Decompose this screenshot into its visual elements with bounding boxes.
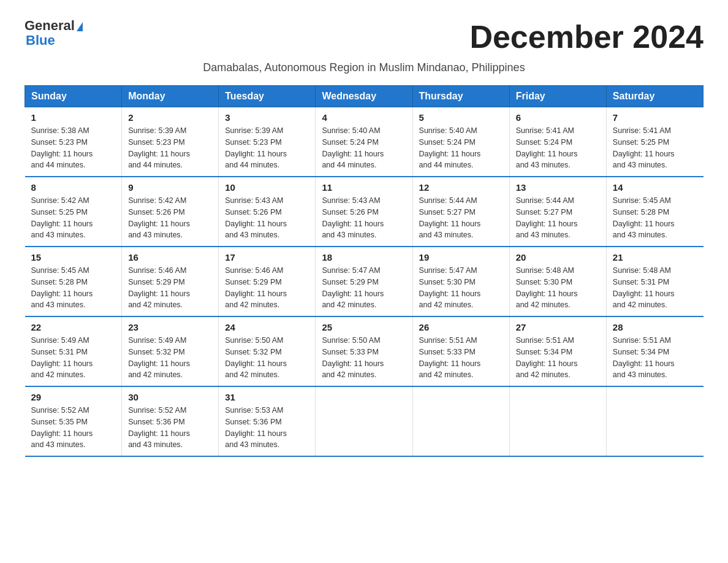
day-number: 15	[31, 252, 116, 262]
calendar-header-friday: Friday	[509, 86, 606, 107]
calendar-cell	[412, 386, 509, 456]
calendar-cell: 2 Sunrise: 5:39 AM Sunset: 5:23 PM Dayli…	[122, 107, 219, 177]
calendar-cell: 3 Sunrise: 5:39 AM Sunset: 5:23 PM Dayli…	[219, 107, 316, 177]
calendar-cell	[316, 386, 412, 456]
day-number: 28	[613, 322, 697, 332]
calendar-cell: 10 Sunrise: 5:43 AM Sunset: 5:26 PM Dayl…	[219, 177, 316, 247]
day-number: 2	[128, 112, 212, 123]
calendar-header-wednesday: Wednesday	[316, 86, 412, 107]
calendar-cell: 28 Sunrise: 5:51 AM Sunset: 5:34 PM Dayl…	[606, 316, 703, 386]
day-number: 1	[31, 112, 116, 123]
day-number: 26	[419, 322, 503, 332]
calendar-header-saturday: Saturday	[606, 86, 703, 107]
day-info: Sunrise: 5:39 AM Sunset: 5:23 PM Dayligh…	[225, 125, 309, 171]
day-info: Sunrise: 5:52 AM Sunset: 5:35 PM Dayligh…	[31, 405, 116, 451]
day-info: Sunrise: 5:46 AM Sunset: 5:29 PM Dayligh…	[128, 265, 212, 311]
day-info: Sunrise: 5:41 AM Sunset: 5:24 PM Dayligh…	[516, 125, 600, 171]
day-info: Sunrise: 5:40 AM Sunset: 5:24 PM Dayligh…	[419, 125, 503, 171]
calendar-cell: 30 Sunrise: 5:52 AM Sunset: 5:36 PM Dayl…	[122, 386, 219, 456]
day-info: Sunrise: 5:48 AM Sunset: 5:30 PM Dayligh…	[516, 265, 600, 311]
day-info: Sunrise: 5:39 AM Sunset: 5:23 PM Dayligh…	[128, 125, 212, 171]
calendar-cell: 14 Sunrise: 5:45 AM Sunset: 5:28 PM Dayl…	[606, 177, 703, 247]
day-info: Sunrise: 5:43 AM Sunset: 5:26 PM Dayligh…	[225, 195, 309, 241]
day-number: 13	[516, 182, 600, 193]
calendar-cell: 19 Sunrise: 5:47 AM Sunset: 5:30 PM Dayl…	[412, 247, 509, 316]
day-info: Sunrise: 5:47 AM Sunset: 5:29 PM Dayligh…	[322, 265, 406, 311]
calendar-cell: 11 Sunrise: 5:43 AM Sunset: 5:26 PM Dayl…	[316, 177, 412, 247]
calendar-header-thursday: Thursday	[412, 86, 509, 107]
calendar-cell: 26 Sunrise: 5:51 AM Sunset: 5:33 PM Dayl…	[412, 316, 509, 386]
calendar-cell: 27 Sunrise: 5:51 AM Sunset: 5:34 PM Dayl…	[509, 316, 606, 386]
calendar-week-row: 8 Sunrise: 5:42 AM Sunset: 5:25 PM Dayli…	[25, 177, 703, 247]
calendar-cell: 8 Sunrise: 5:42 AM Sunset: 5:25 PM Dayli…	[25, 177, 122, 247]
day-number: 7	[613, 112, 697, 123]
page-header: General Blue December 2024	[25, 18, 703, 55]
day-number: 18	[322, 252, 406, 262]
day-info: Sunrise: 5:48 AM Sunset: 5:31 PM Dayligh…	[613, 265, 697, 311]
day-number: 12	[419, 182, 503, 193]
calendar-cell: 4 Sunrise: 5:40 AM Sunset: 5:24 PM Dayli…	[316, 107, 412, 177]
day-number: 25	[322, 322, 406, 332]
calendar-cell: 1 Sunrise: 5:38 AM Sunset: 5:23 PM Dayli…	[25, 107, 122, 177]
calendar-week-row: 22 Sunrise: 5:49 AM Sunset: 5:31 PM Dayl…	[25, 316, 703, 386]
day-info: Sunrise: 5:44 AM Sunset: 5:27 PM Dayligh…	[516, 195, 600, 241]
calendar-cell: 12 Sunrise: 5:44 AM Sunset: 5:27 PM Dayl…	[412, 177, 509, 247]
calendar-header-row: SundayMondayTuesdayWednesdayThursdayFrid…	[25, 86, 703, 107]
day-info: Sunrise: 5:40 AM Sunset: 5:24 PM Dayligh…	[322, 125, 406, 171]
day-number: 14	[613, 182, 697, 193]
day-number: 20	[516, 252, 600, 262]
day-info: Sunrise: 5:51 AM Sunset: 5:33 PM Dayligh…	[419, 335, 503, 381]
day-info: Sunrise: 5:46 AM Sunset: 5:29 PM Dayligh…	[225, 265, 309, 311]
calendar-cell: 5 Sunrise: 5:40 AM Sunset: 5:24 PM Dayli…	[412, 107, 509, 177]
calendar-cell: 24 Sunrise: 5:50 AM Sunset: 5:32 PM Dayl…	[219, 316, 316, 386]
calendar-table: SundayMondayTuesdayWednesdayThursdayFrid…	[25, 85, 703, 457]
day-number: 6	[516, 112, 600, 123]
day-number: 24	[225, 322, 309, 332]
calendar-header-tuesday: Tuesday	[219, 86, 316, 107]
calendar-cell: 29 Sunrise: 5:52 AM Sunset: 5:35 PM Dayl…	[25, 386, 122, 456]
day-number: 19	[419, 252, 503, 262]
day-info: Sunrise: 5:44 AM Sunset: 5:27 PM Dayligh…	[419, 195, 503, 241]
calendar-cell: 6 Sunrise: 5:41 AM Sunset: 5:24 PM Dayli…	[509, 107, 606, 177]
day-number: 30	[128, 392, 212, 402]
day-info: Sunrise: 5:49 AM Sunset: 5:32 PM Dayligh…	[128, 335, 212, 381]
day-number: 21	[613, 252, 697, 262]
day-info: Sunrise: 5:53 AM Sunset: 5:36 PM Dayligh…	[225, 405, 309, 451]
calendar-cell: 7 Sunrise: 5:41 AM Sunset: 5:25 PM Dayli…	[606, 107, 703, 177]
calendar-cell: 9 Sunrise: 5:42 AM Sunset: 5:26 PM Dayli…	[122, 177, 219, 247]
calendar-cell: 16 Sunrise: 5:46 AM Sunset: 5:29 PM Dayl…	[122, 247, 219, 316]
calendar-cell: 22 Sunrise: 5:49 AM Sunset: 5:31 PM Dayl…	[25, 316, 122, 386]
calendar-cell: 23 Sunrise: 5:49 AM Sunset: 5:32 PM Dayl…	[122, 316, 219, 386]
day-info: Sunrise: 5:43 AM Sunset: 5:26 PM Dayligh…	[322, 195, 406, 241]
day-info: Sunrise: 5:51 AM Sunset: 5:34 PM Dayligh…	[613, 335, 697, 381]
calendar-cell	[606, 386, 703, 456]
day-number: 9	[128, 182, 212, 193]
day-info: Sunrise: 5:42 AM Sunset: 5:25 PM Dayligh…	[31, 195, 116, 241]
calendar-week-row: 29 Sunrise: 5:52 AM Sunset: 5:35 PM Dayl…	[25, 386, 703, 456]
day-info: Sunrise: 5:50 AM Sunset: 5:32 PM Dayligh…	[225, 335, 309, 381]
day-info: Sunrise: 5:50 AM Sunset: 5:33 PM Dayligh…	[322, 335, 406, 381]
day-info: Sunrise: 5:51 AM Sunset: 5:34 PM Dayligh…	[516, 335, 600, 381]
day-number: 11	[322, 182, 406, 193]
day-info: Sunrise: 5:38 AM Sunset: 5:23 PM Dayligh…	[31, 125, 116, 171]
calendar-cell	[509, 386, 606, 456]
calendar-cell: 25 Sunrise: 5:50 AM Sunset: 5:33 PM Dayl…	[316, 316, 412, 386]
calendar-cell: 15 Sunrise: 5:45 AM Sunset: 5:28 PM Dayl…	[25, 247, 122, 316]
day-number: 22	[31, 322, 116, 332]
day-number: 5	[419, 112, 503, 123]
calendar-cell: 20 Sunrise: 5:48 AM Sunset: 5:30 PM Dayl…	[509, 247, 606, 316]
calendar-cell: 17 Sunrise: 5:46 AM Sunset: 5:29 PM Dayl…	[219, 247, 316, 316]
day-number: 27	[516, 322, 600, 332]
day-info: Sunrise: 5:45 AM Sunset: 5:28 PM Dayligh…	[613, 195, 697, 241]
day-number: 8	[31, 182, 116, 193]
day-info: Sunrise: 5:45 AM Sunset: 5:28 PM Dayligh…	[31, 265, 116, 311]
calendar-week-row: 1 Sunrise: 5:38 AM Sunset: 5:23 PM Dayli…	[25, 107, 703, 177]
day-number: 3	[225, 112, 309, 123]
day-number: 16	[128, 252, 212, 262]
calendar-cell: 18 Sunrise: 5:47 AM Sunset: 5:29 PM Dayl…	[316, 247, 412, 316]
day-info: Sunrise: 5:49 AM Sunset: 5:31 PM Dayligh…	[31, 335, 116, 381]
day-number: 31	[225, 392, 309, 402]
day-number: 23	[128, 322, 212, 332]
logo-text-general: General	[25, 18, 75, 33]
calendar-header-monday: Monday	[122, 86, 219, 107]
